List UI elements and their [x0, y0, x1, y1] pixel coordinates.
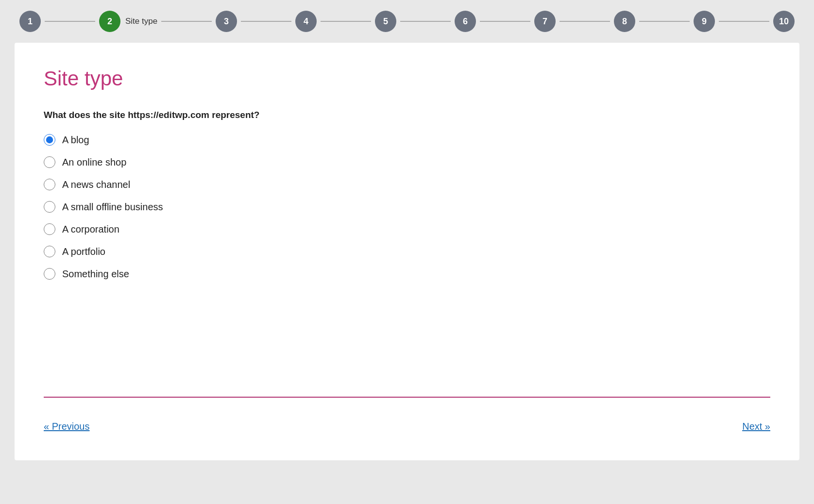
step-circle-4: 4 — [295, 11, 317, 32]
option-online-shop[interactable]: An online shop — [44, 156, 770, 168]
option-small-offline[interactable]: A small offline business — [44, 201, 770, 213]
option-something-else-label: Something else — [62, 269, 129, 280]
step-5[interactable]: 5 — [375, 11, 396, 32]
step-circle-1: 1 — [19, 11, 41, 32]
step-10[interactable]: 10 — [773, 11, 795, 32]
page-title: Site type — [44, 67, 770, 90]
step-1[interactable]: 1 — [19, 11, 41, 32]
step-circle-8: 8 — [614, 11, 635, 32]
step-4[interactable]: 4 — [295, 11, 317, 32]
radio-portfolio-input[interactable] — [44, 246, 55, 257]
step-line-9-10 — [719, 21, 769, 22]
stepper: 1 2 Site type 3 4 5 6 7 8 9 10 — [0, 0, 814, 43]
option-news-channel[interactable]: A news channel — [44, 179, 770, 190]
step-line-4-5 — [321, 21, 371, 22]
step-circle-9: 9 — [694, 11, 715, 32]
step-9[interactable]: 9 — [694, 11, 715, 32]
option-online-shop-label: An online shop — [62, 157, 126, 168]
step-line-5-6 — [400, 21, 451, 22]
radio-something-else-input[interactable] — [44, 268, 55, 280]
option-corporation[interactable]: A corporation — [44, 223, 770, 235]
option-corporation-label: A corporation — [62, 224, 119, 235]
option-blog-label: A blog — [62, 134, 89, 146]
step-line-3-4 — [241, 21, 291, 22]
step-7[interactable]: 7 — [534, 11, 556, 32]
radio-small-offline-input[interactable] — [44, 201, 55, 213]
option-portfolio[interactable]: A portfolio — [44, 246, 770, 257]
step-circle-6: 6 — [455, 11, 476, 32]
content-card: Site type What does the site https://edi… — [15, 43, 799, 460]
option-blog[interactable]: A blog — [44, 134, 770, 146]
step-2[interactable]: 2 Site type — [99, 11, 157, 32]
nav-buttons: « Previous Next » — [44, 417, 770, 436]
radio-corporation-input[interactable] — [44, 223, 55, 235]
step-line-6-7 — [480, 21, 530, 22]
step-circle-3: 3 — [216, 11, 237, 32]
step-8[interactable]: 8 — [614, 11, 635, 32]
step-2-label: Site type — [125, 17, 157, 26]
radio-news-channel-input[interactable] — [44, 179, 55, 190]
step-circle-5: 5 — [375, 11, 396, 32]
radio-group: A blog An online shop A news channel A s… — [44, 134, 770, 280]
previous-button[interactable]: « Previous — [44, 417, 90, 436]
step-line-7-8 — [560, 21, 610, 22]
step-circle-2: 2 — [99, 11, 120, 32]
option-portfolio-label: A portfolio — [62, 246, 105, 257]
option-something-else[interactable]: Something else — [44, 268, 770, 280]
step-circle-10: 10 — [773, 11, 795, 32]
step-line-8-9 — [639, 21, 690, 22]
option-small-offline-label: A small offline business — [62, 202, 163, 213]
step-6[interactable]: 6 — [455, 11, 476, 32]
step-3[interactable]: 3 — [216, 11, 237, 32]
step-line-2-3 — [161, 21, 212, 22]
question-text: What does the site https://editwp.com re… — [44, 110, 770, 120]
radio-online-shop-input[interactable] — [44, 156, 55, 168]
option-news-channel-label: A news channel — [62, 179, 130, 190]
next-button[interactable]: Next » — [742, 417, 770, 436]
radio-blog-input[interactable] — [44, 134, 55, 146]
step-circle-7: 7 — [534, 11, 556, 32]
section-divider — [44, 397, 770, 398]
step-line-1-2 — [45, 21, 95, 22]
